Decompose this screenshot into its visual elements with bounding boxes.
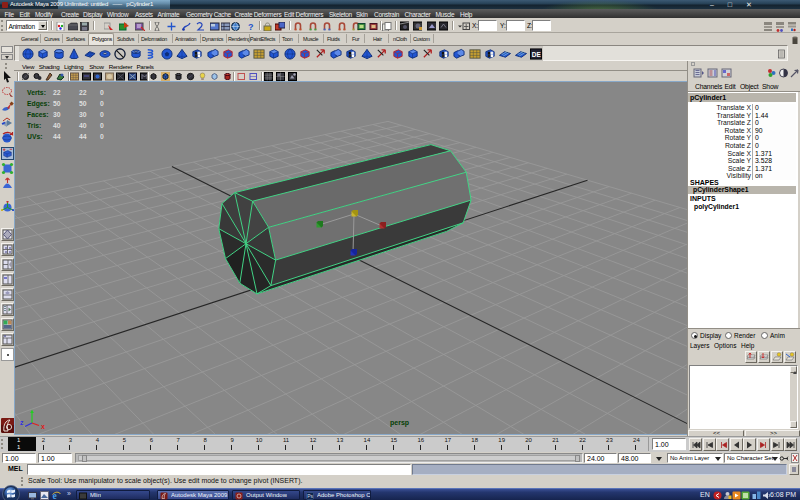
svg-text:?: ?: [248, 22, 254, 31]
svg-text:0: 0: [100, 111, 104, 118]
svg-text:0: 0: [100, 89, 104, 96]
svg-text:22: 22: [79, 89, 87, 96]
svg-text:40: 40: [53, 122, 61, 129]
svg-text:50: 50: [79, 100, 87, 107]
svg-text:Edges:: Edges:: [27, 100, 50, 108]
svg-text:x: x: [41, 423, 45, 430]
svg-text:Faces:: Faces:: [27, 111, 49, 118]
svg-text:30: 30: [53, 111, 61, 118]
svg-text:0: 0: [100, 100, 104, 107]
svg-text:DE: DE: [532, 51, 542, 58]
svg-text:UVs:: UVs:: [27, 133, 43, 140]
svg-text:44: 44: [79, 133, 87, 140]
svg-text:0: 0: [100, 122, 104, 129]
svg-text:50: 50: [53, 100, 61, 107]
svg-text:22: 22: [53, 89, 61, 96]
svg-text:z: z: [20, 419, 24, 426]
svg-text:0: 0: [100, 133, 104, 140]
svg-text:persp: persp: [390, 419, 409, 427]
svg-text:44: 44: [53, 133, 61, 140]
svg-text:Tris:: Tris:: [27, 122, 41, 129]
svg-text:Verts:: Verts:: [27, 89, 46, 96]
svg-text:40: 40: [79, 122, 87, 129]
svg-text:Ps: Ps: [307, 493, 313, 499]
svg-text:30: 30: [79, 111, 87, 118]
